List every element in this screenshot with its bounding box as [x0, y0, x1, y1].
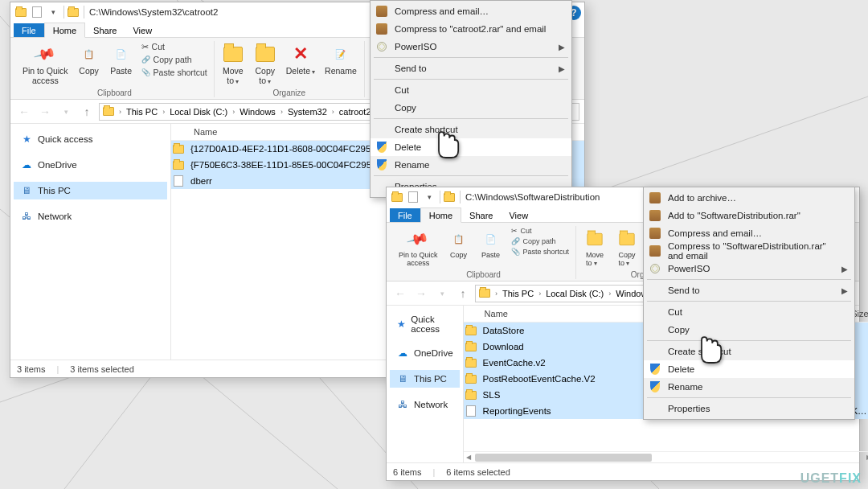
menu-create-shortcut[interactable]: Create shortcut	[371, 121, 571, 138]
tab-share[interactable]: Share	[85, 23, 125, 37]
menu-send-to[interactable]: Send to▶	[644, 281, 854, 299]
recent-dropdown[interactable]: ▾	[433, 285, 451, 302]
menu-cut[interactable]: Cut	[371, 81, 571, 99]
folder-icon	[171, 145, 186, 154]
sidebar-network[interactable]: 🖧Network	[390, 396, 460, 413]
scissors-icon: ✂	[141, 42, 149, 51]
paste-button[interactable]: 📄Paste	[477, 226, 505, 261]
tab-file[interactable]: File	[14, 23, 44, 37]
menu-copy[interactable]: Copy	[644, 321, 854, 339]
tab-file[interactable]: File	[390, 208, 420, 222]
winrar-icon	[375, 23, 388, 35]
menu-compress-email[interactable]: Compress and email…	[644, 224, 854, 242]
rename-button[interactable]: 📝Rename	[322, 41, 359, 77]
back-button[interactable]: ←	[391, 285, 409, 302]
copy-to-button[interactable]: Copy to▾	[252, 41, 279, 87]
submenu-arrow-icon: ▶	[841, 265, 848, 273]
copy-button[interactable]: 📋Copy	[76, 41, 103, 77]
horizontal-scrollbar[interactable]: ◀ ▶	[464, 451, 868, 462]
disc-icon	[649, 262, 661, 275]
forward-button[interactable]: →	[36, 103, 54, 121]
submenu-arrow-icon: ▶	[559, 43, 565, 51]
dropdown-icon[interactable]: ▾	[46, 5, 60, 19]
sidebar-this-pc[interactable]: 🖥This PC	[390, 370, 460, 388]
folder-icon	[14, 5, 28, 19]
sidebar-quick-access[interactable]: ★Quick access	[14, 130, 167, 148]
menu-rename[interactable]: Rename	[371, 156, 571, 174]
winrar-icon	[649, 244, 661, 257]
menu-poweriso[interactable]: PowerISO▶	[644, 260, 854, 277]
folder-icon	[390, 190, 404, 204]
copy-path-button[interactable]: 🔗Copy path	[510, 236, 571, 246]
menu-cut[interactable]: Cut	[644, 303, 854, 321]
move-to-button[interactable]: Move to▾	[581, 226, 608, 269]
paste-button[interactable]: 📄Paste	[108, 41, 135, 77]
menu-properties[interactable]: Properties	[644, 400, 854, 417]
cut-button[interactable]: ✂Cut	[140, 41, 209, 52]
up-button[interactable]: ↑	[78, 103, 96, 121]
menu-poweriso[interactable]: PowerISO▶	[371, 38, 571, 55]
crumb-system32[interactable]: System32	[285, 104, 330, 120]
menu-compress-email[interactable]: Compress and email…	[371, 2, 571, 20]
paste-shortcut-button[interactable]: 📎Paste shortcut	[510, 247, 571, 257]
up-button[interactable]: ↑	[454, 285, 472, 302]
window-title-path: C:\Windows\System32\catroot2	[89, 7, 218, 17]
quick-save-icon[interactable]	[406, 190, 420, 204]
shield-icon	[375, 141, 388, 154]
back-button[interactable]: ←	[15, 103, 33, 121]
forward-button[interactable]: →	[412, 285, 430, 302]
file-icon	[171, 175, 186, 187]
folder-icon	[464, 343, 478, 351]
menu-add-name[interactable]: Add to "SoftwareDistribution.rar"	[644, 207, 854, 224]
col-name[interactable]: Name	[480, 306, 641, 322]
crumb-this-pc[interactable]: This PC	[123, 104, 161, 120]
copy-button[interactable]: 📋Copy	[445, 226, 473, 261]
paste-shortcut-button[interactable]: 📎Paste shortcut	[140, 67, 209, 78]
quick-save-icon[interactable]	[30, 5, 44, 19]
menu-send-to[interactable]: Send to▶	[371, 60, 571, 77]
status-selected: 6 items selected	[446, 467, 510, 477]
tab-view[interactable]: View	[501, 208, 536, 222]
submenu-arrow-icon: ▶	[841, 286, 848, 295]
shield-icon	[649, 363, 661, 376]
folder-icon	[464, 391, 478, 400]
delete-button[interactable]: ✕Delete▾	[284, 41, 317, 77]
menu-rename[interactable]: Rename	[644, 378, 854, 396]
tab-share[interactable]: Share	[461, 208, 501, 222]
winrar-icon	[649, 227, 661, 240]
clipboard-group-label: Clipboard	[97, 88, 132, 97]
cut-button[interactable]: ✂Cut	[510, 226, 571, 236]
shield-icon	[375, 158, 388, 171]
sidebar-this-pc[interactable]: 🖥This PC	[14, 182, 167, 199]
sidebar-network[interactable]: 🖧Network	[14, 208, 167, 225]
status-selected: 3 items selected	[70, 364, 133, 374]
menu-create-shortcut[interactable]: Create shortcut	[644, 343, 854, 360]
tab-home[interactable]: Home	[420, 208, 461, 223]
menu-copy[interactable]: Copy	[371, 99, 571, 117]
menu-delete[interactable]: Delete	[371, 138, 571, 156]
sidebar-quick-access[interactable]: ★Quick access	[390, 312, 460, 336]
tab-home[interactable]: Home	[44, 23, 85, 38]
menu-compress-name-email[interactable]: Compress to "SoftwareDistribution.rar" a…	[644, 242, 854, 260]
menu-delete[interactable]: Delete	[644, 360, 854, 378]
status-bar: 6 items | 6 items selected	[387, 462, 859, 480]
file-icon	[464, 405, 478, 417]
tab-view[interactable]: View	[125, 23, 160, 37]
winrar-icon	[649, 191, 661, 204]
crumb-c[interactable]: Local Disk (C:)	[166, 104, 231, 120]
menu-add-archive[interactable]: Add to archive…	[644, 189, 854, 207]
copy-to-button[interactable]: Copy to▾	[613, 226, 641, 269]
app-folder-icon	[66, 5, 80, 19]
sidebar-onedrive[interactable]: ☁OneDrive	[390, 344, 460, 362]
pin-button[interactable]: 📌Pin to Quick access	[396, 226, 440, 269]
dropdown-icon[interactable]: ▾	[422, 190, 436, 204]
pin-button[interactable]: 📌Pin to Quick access	[20, 41, 71, 87]
folder-icon	[464, 327, 478, 335]
move-to-button[interactable]: Move to▾	[219, 41, 247, 87]
recent-dropdown[interactable]: ▾	[57, 103, 75, 121]
sidebar-onedrive[interactable]: ☁OneDrive	[14, 156, 167, 174]
copy-path-button[interactable]: 🔗Copy path	[140, 54, 209, 65]
menu-compress-name-email[interactable]: Compress to "catroot2.rar" and email	[371, 20, 571, 38]
crumb-catroot2[interactable]: catroot2	[336, 104, 375, 120]
crumb-windows[interactable]: Windows	[236, 104, 279, 120]
